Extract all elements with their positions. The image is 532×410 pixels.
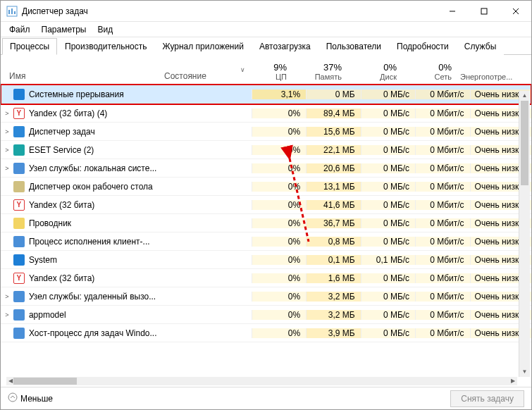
mem-cell: 3,2 МБ bbox=[306, 292, 361, 302]
process-name: Узел службы: удаленный вызо... bbox=[29, 292, 178, 302]
net-cell: 0 Мбит/с bbox=[415, 127, 470, 137]
process-icon bbox=[13, 291, 25, 302]
process-icon bbox=[13, 273, 25, 284]
tab-processes[interactable]: Процессы bbox=[2, 38, 57, 55]
disk-cell: 0 МБ/с bbox=[361, 108, 416, 118]
process-name: Диспетчер задач bbox=[29, 127, 178, 137]
mem-cell: 36,7 МБ bbox=[306, 218, 361, 228]
scroll-right-icon[interactable]: ▶ bbox=[509, 377, 517, 385]
expand-icon[interactable]: > bbox=[1, 311, 13, 318]
col-power[interactable]: Энергопотре... bbox=[457, 62, 519, 81]
cpu-cell: 0% bbox=[252, 127, 307, 137]
col-memory[interactable]: 37% Память bbox=[292, 62, 347, 81]
process-icon bbox=[13, 108, 25, 119]
process-row[interactable]: Хост-процесс для задач Windo...0%3,9 МБ0… bbox=[1, 324, 531, 342]
expand-icon[interactable]: > bbox=[1, 165, 13, 172]
cpu-cell: 0% bbox=[252, 328, 307, 338]
cpu-cell: 0% bbox=[252, 292, 307, 302]
net-cell: 0 Мбит/с bbox=[415, 182, 470, 192]
menubar: Файл Параметры Вид bbox=[1, 22, 531, 37]
process-list: Системные прерывания3,1%0 МБ0 МБ/с0 Мбит… bbox=[1, 85, 531, 342]
horizontal-scrollbar[interactable]: ◀ ▶ bbox=[6, 377, 517, 385]
process-icon bbox=[13, 126, 25, 137]
cpu-cell: 0% bbox=[252, 237, 307, 247]
net-cell: 0 Мбит/с bbox=[415, 255, 470, 265]
menu-file[interactable]: Файл bbox=[4, 23, 36, 36]
mem-cell: 3,2 МБ bbox=[306, 310, 361, 320]
menu-options[interactable]: Параметры bbox=[36, 23, 92, 36]
process-row[interactable]: >Диспетчер задач0%15,6 МБ0 МБ/с0 Мбит/сО… bbox=[1, 123, 531, 141]
col-network[interactable]: 0% Сеть bbox=[402, 62, 457, 81]
process-name: Системные прерывания bbox=[29, 89, 178, 99]
col-name[interactable]: Имя bbox=[1, 71, 164, 81]
process-name: Yandex (32 бита) bbox=[29, 200, 178, 210]
process-row[interactable]: >Yandex (32 бита) (4)0%89,4 МБ0 МБ/с0 Мб… bbox=[1, 104, 531, 123]
process-row[interactable]: Системные прерывания3,1%0 МБ0 МБ/с0 Мбит… bbox=[1, 85, 531, 104]
scroll-down-icon[interactable]: ▼ bbox=[519, 367, 530, 377]
process-name: System bbox=[29, 255, 178, 265]
fewer-details-button[interactable]: Меньше bbox=[8, 392, 53, 404]
vertical-scrollbar[interactable]: ▲ ▼ bbox=[519, 91, 530, 377]
col-state[interactable]: Состояние bbox=[164, 71, 237, 81]
process-row[interactable]: Диспетчер окон рабочего стола0%13,1 МБ0 … bbox=[1, 178, 531, 196]
mem-cell: 13,1 МБ bbox=[306, 182, 361, 192]
col-disk[interactable]: 0% Диск bbox=[347, 62, 402, 81]
end-task-button[interactable]: Снять задачу bbox=[450, 390, 524, 407]
menu-view[interactable]: Вид bbox=[92, 23, 118, 36]
process-row[interactable]: >appmodel0%3,2 МБ0 МБ/с0 Мбит/сОчень низ… bbox=[1, 306, 531, 324]
disk-cell: 0 МБ/с bbox=[361, 328, 416, 338]
app-icon bbox=[6, 6, 18, 17]
process-row[interactable]: Проводник0%36,7 МБ0 МБ/с0 Мбит/сОчень ни… bbox=[1, 214, 531, 232]
net-cell: 0 Мбит/с bbox=[415, 237, 470, 247]
process-row[interactable]: >Узел службы: локальная систе...0%20,6 М… bbox=[1, 159, 531, 178]
net-cell: 0 Мбит/с bbox=[415, 200, 470, 210]
process-row[interactable]: Процесс исполнения клиент-...0%0,8 МБ0 М… bbox=[1, 232, 531, 251]
svg-rect-5 bbox=[481, 8, 487, 14]
mem-cell: 89,4 МБ bbox=[306, 108, 361, 118]
minimize-button[interactable] bbox=[436, 1, 468, 22]
cpu-label: ЦП bbox=[237, 73, 287, 81]
disk-pct: 0% bbox=[347, 62, 397, 73]
close-button[interactable] bbox=[500, 1, 531, 22]
process-name: Узел службы: локальная систе... bbox=[29, 163, 178, 173]
disk-cell: 0,1 МБ/с bbox=[361, 255, 416, 265]
process-icon bbox=[13, 181, 25, 192]
hscroll-thumb[interactable] bbox=[13, 378, 77, 385]
disk-cell: 0 МБ/с bbox=[361, 182, 416, 192]
titlebar: Диспетчер задач bbox=[1, 1, 531, 22]
svg-rect-1 bbox=[8, 10, 10, 14]
process-row[interactable]: Yandex (32 бита)0%1,6 МБ0 МБ/с0 Мбит/сОч… bbox=[1, 269, 531, 287]
process-row[interactable]: >ESET Service (2)0%22,1 МБ0 МБ/с0 Мбит/с… bbox=[1, 141, 531, 159]
disk-cell: 0 МБ/с bbox=[361, 163, 416, 173]
process-row[interactable]: >Узел службы: удаленный вызо...0%3,2 МБ0… bbox=[1, 287, 531, 306]
tab-performance[interactable]: Производительность bbox=[57, 38, 154, 55]
process-icon bbox=[13, 163, 25, 174]
svg-point-9 bbox=[8, 393, 17, 402]
cpu-cell: 3,1% bbox=[252, 89, 307, 99]
tab-details[interactable]: Подробности bbox=[389, 38, 457, 55]
fewer-details-label: Меньше bbox=[20, 394, 53, 404]
process-row[interactable]: System0%0,1 МБ0,1 МБ/с0 Мбит/сОчень низк… bbox=[1, 251, 531, 269]
cpu-cell: 0% bbox=[252, 200, 307, 210]
expand-icon[interactable]: > bbox=[1, 110, 13, 117]
tab-startup[interactable]: Автозагрузка bbox=[252, 38, 318, 55]
mem-cell: 15,6 МБ bbox=[306, 127, 361, 137]
tab-users[interactable]: Пользователи bbox=[318, 38, 389, 55]
tab-app-history[interactable]: Журнал приложений bbox=[155, 38, 252, 55]
disk-cell: 0 МБ/с bbox=[361, 237, 416, 247]
scroll-up-icon[interactable]: ▲ bbox=[519, 91, 530, 101]
disk-cell: 0 МБ/с bbox=[361, 145, 416, 155]
expand-icon[interactable]: > bbox=[1, 147, 13, 154]
mem-cell: 0,1 МБ bbox=[306, 255, 361, 265]
disk-cell: 0 МБ/с bbox=[361, 200, 416, 210]
cpu-cell: 0% bbox=[252, 108, 307, 118]
tab-services[interactable]: Службы bbox=[457, 38, 504, 55]
expand-icon[interactable]: > bbox=[1, 293, 13, 300]
expand-icon[interactable]: > bbox=[1, 128, 13, 135]
scroll-thumb[interactable] bbox=[521, 101, 528, 185]
process-row[interactable]: Yandex (32 бита)0%41,6 МБ0 МБ/с0 Мбит/сО… bbox=[1, 196, 531, 214]
process-icon bbox=[13, 199, 25, 211]
maximize-button[interactable] bbox=[468, 1, 500, 22]
col-cpu[interactable]: ∨ 9% ЦП bbox=[237, 62, 292, 81]
process-icon bbox=[13, 218, 25, 229]
